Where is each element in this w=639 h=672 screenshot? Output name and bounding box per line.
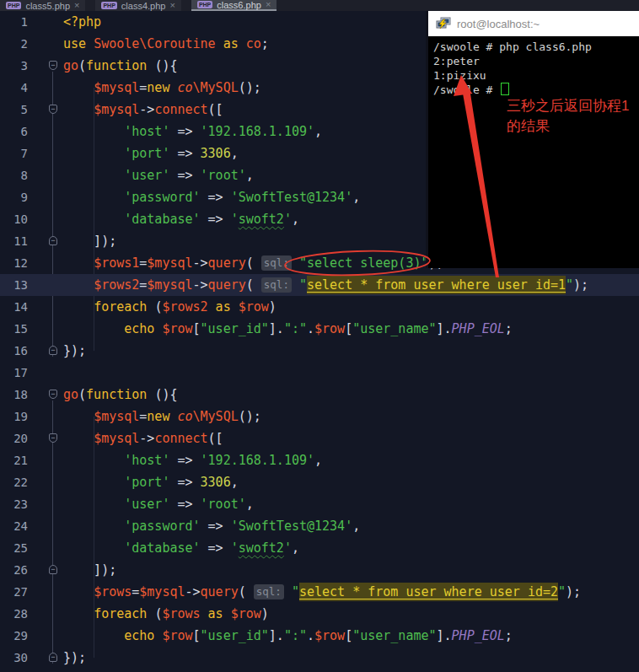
terminal-window[interactable]: root@localhost:~ /swoole # php class6.ph… [426, 11, 639, 268]
code-line-19[interactable]: 19 $mysql=new co\MySQL(); [0, 406, 639, 427]
tab-class5.php[interactable]: PHPclass5.php× [0, 0, 85, 11]
line-number: 3 [0, 55, 28, 77]
php-file-icon: PHP [101, 2, 116, 9]
code-line-23[interactable]: 23 'user' => 'root', [0, 493, 639, 515]
sql-parameter-hint: sql: [261, 255, 292, 271]
code-text: 'user' => 'root', [63, 493, 254, 515]
code-line-13[interactable]: 13 $rows2=$mysql->query( sql: "select * … [0, 274, 639, 296]
terminal-app-icon [436, 17, 451, 30]
terminal-line: 1:pizixu [433, 68, 634, 83]
tab-label: class5.php [25, 1, 70, 11]
code-line-18[interactable]: 18go(function (){ [0, 384, 639, 406]
code-line-22[interactable]: 22 'port' => 3306, [0, 471, 639, 493]
code-line-29[interactable]: 29 echo $row["user_id"].":".$row["user_n… [0, 625, 639, 647]
code-text: 'password' => 'SwoftTest@1234', [63, 186, 360, 208]
code-line-26[interactable]: 26 ]); [0, 559, 639, 581]
line-number: 20 [0, 427, 28, 449]
close-icon[interactable]: × [169, 1, 175, 10]
close-icon[interactable]: × [74, 1, 79, 10]
line-number: 13 [0, 274, 28, 296]
code-text: ]); [63, 230, 116, 252]
tab-label: class6.php [217, 0, 261, 10]
fold-end-icon[interactable] [49, 346, 57, 355]
terminal-line: 2:peter [433, 54, 634, 68]
line-number: 27 [0, 581, 28, 603]
line-number: 6 [0, 121, 28, 142]
fold-end-icon[interactable] [49, 653, 57, 662]
code-text: foreach ($rows as $row) [63, 603, 269, 625]
code-line-14[interactable]: 14 foreach ($rows2 as $row) [0, 296, 639, 318]
line-number: 21 [0, 449, 28, 471]
code-line-21[interactable]: 21 'host' => '192.168.1.109', [0, 449, 639, 471]
line-number: 8 [0, 164, 28, 186]
tab-class4.php[interactable]: PHPclass4.php× [95, 0, 180, 11]
fold-end-icon[interactable] [49, 236, 57, 245]
line-number: 22 [0, 471, 28, 493]
line-number: 16 [0, 340, 28, 362]
code-text: 'password' => 'SwoftTest@1234', [63, 515, 360, 537]
code-text: $mysql=new co\MySQL(); [63, 406, 261, 427]
line-number: 30 [0, 647, 28, 669]
code-text: go(function (){ [63, 384, 177, 406]
code-text: $rows=$mysql->query( sql: "select * from… [63, 581, 581, 603]
code-text: }); [63, 647, 86, 669]
code-text: }); [63, 340, 86, 362]
code-text: $mysql=new co\MySQL(); [63, 77, 261, 99]
code-line-20[interactable]: 20 $mysql->connect([ [0, 427, 639, 449]
sql-injected-fragment: select * from user where user_id=2 [299, 583, 558, 601]
code-text: go(function (){ [63, 55, 177, 77]
code-text: echo $row["user_id"].":".$row["user_name… [63, 318, 513, 340]
fold-start-icon[interactable] [49, 433, 57, 443]
line-number: 17 [0, 362, 28, 384]
line-number: 25 [0, 537, 28, 559]
code-text: $mysql->connect([ [63, 427, 223, 449]
line-number: 23 [0, 493, 28, 515]
line-number: 12 [0, 252, 28, 274]
code-text: 'host' => '192.168.1.109', [63, 449, 322, 471]
sql-parameter-hint: sql: [254, 584, 284, 599]
terminal-title-bar[interactable]: root@localhost:~ [428, 11, 639, 36]
fold-start-icon[interactable] [49, 390, 57, 399]
code-line-15[interactable]: 15 echo $row["user_id"].":".$row["user_n… [0, 318, 639, 340]
fold-start-icon[interactable] [49, 105, 57, 114]
tab-class6.php[interactable]: PHPclass6.php× [191, 0, 277, 11]
code-line-24[interactable]: 24 'password' => 'SwoftTest@1234', [0, 515, 639, 537]
php-file-icon: PHP [6, 2, 21, 9]
sql-parameter-hint: sql: [261, 277, 292, 293]
code-text: 'port' => 3306, [63, 471, 239, 493]
code-line-28[interactable]: 28 foreach ($rows as $row) [0, 603, 639, 625]
code-line-30[interactable]: 30}); [0, 647, 639, 669]
line-number: 14 [0, 296, 28, 318]
fold-end-icon[interactable] [49, 565, 57, 574]
line-number: 26 [0, 559, 28, 581]
line-number: 24 [0, 515, 28, 537]
close-icon[interactable]: × [266, 0, 271, 9]
terminal-line: /swoole # php class6.php [433, 40, 634, 54]
code-text: $mysql->connect([ [63, 99, 223, 121]
line-number: 2 [0, 33, 28, 55]
line-number: 10 [0, 208, 28, 230]
code-text: $rows2=$mysql->query( sql: "select * fro… [63, 274, 588, 296]
code-text: 'host' => '192.168.1.109', [63, 121, 322, 142]
sql-injected-fragment: select * from user where user_id=1 [307, 276, 566, 294]
tab-bar: PHPclass5.php×PHPclass4.php×PHPclass6.ph… [0, 0, 639, 11]
terminal-title: root@localhost:~ [457, 18, 540, 30]
code-text: use Swoole\Coroutine as co; [63, 33, 269, 55]
code-text: 'port' => 3306, [63, 142, 239, 164]
code-line-17[interactable]: 17 [0, 362, 639, 384]
terminal-line: /swoole # [433, 83, 634, 97]
php-file-icon: PHP [197, 1, 212, 8]
terminal-body[interactable]: /swoole # php class6.php2:peter1:pizixu/… [428, 36, 639, 100]
line-number: 19 [0, 406, 28, 427]
code-line-27[interactable]: 27 $rows=$mysql->query( sql: "select * f… [0, 581, 639, 603]
terminal-cursor [501, 83, 509, 95]
code-text: foreach ($rows2 as $row) [63, 296, 277, 318]
line-number: 29 [0, 625, 28, 647]
fold-start-icon[interactable] [49, 61, 57, 70]
code-line-16[interactable]: 16}); [0, 340, 639, 362]
code-text: 'user' => 'root', [63, 164, 254, 186]
code-text: <?php [63, 11, 101, 33]
tab-label: class4.php [121, 1, 166, 11]
code-line-25[interactable]: 25 'database' => 'swoft2', [0, 537, 639, 559]
line-number: 5 [0, 99, 28, 121]
